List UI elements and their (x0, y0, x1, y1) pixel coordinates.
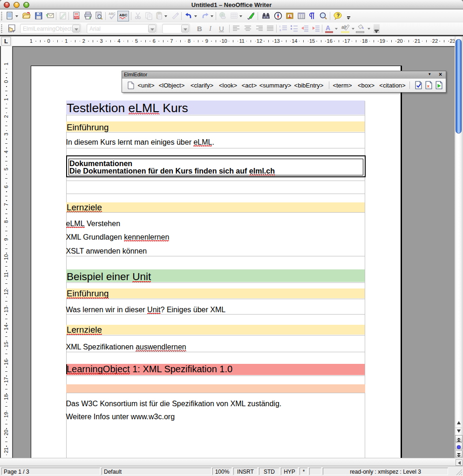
svg-text:PDF: PDF (75, 16, 80, 19)
svg-text:x: x (427, 83, 430, 88)
svg-text:I: I (279, 25, 280, 28)
svg-text:ABC: ABC (119, 13, 128, 17)
svg-text:?: ? (337, 13, 340, 18)
svg-text:II: II (279, 29, 281, 32)
